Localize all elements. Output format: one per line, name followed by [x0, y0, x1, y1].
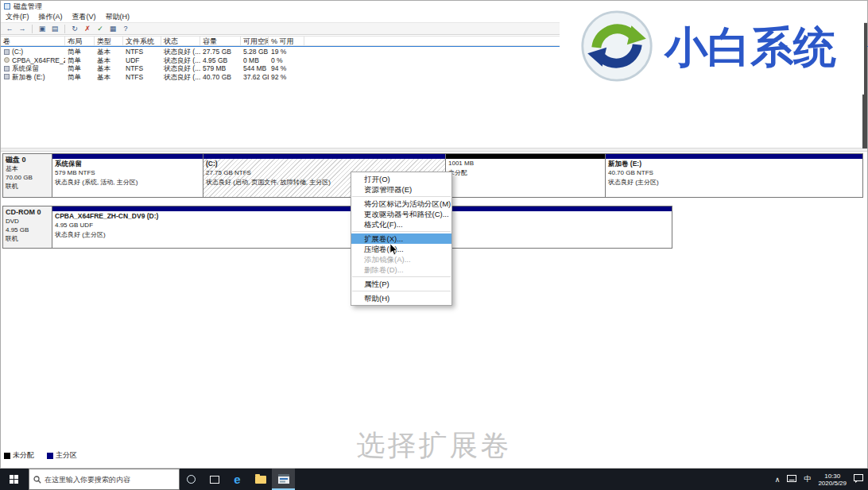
menu-separator: [352, 231, 451, 232]
menu-item-extend-volume[interactable]: 扩展卷(X)...: [351, 233, 451, 244]
cell-type: 基本: [95, 56, 123, 65]
cell-capacity: 40.70 GB: [200, 73, 241, 82]
volume-name: 系统保留: [12, 64, 39, 73]
volume-row-d[interactable]: CPBA_X64FRE_Z... 简单 基本 UDF 状态良好 (... 4.9…: [1, 56, 557, 65]
menu-item-format[interactable]: 格式化(F)...: [351, 219, 451, 230]
forward-icon[interactable]: →: [17, 24, 28, 34]
start-button[interactable]: [0, 469, 29, 490]
cell-type: 基本: [95, 73, 123, 82]
back-icon[interactable]: ←: [4, 24, 15, 34]
report-icon[interactable]: ▤: [49, 24, 60, 34]
menu-item-properties[interactable]: 属性(P): [351, 279, 451, 289]
brand-logo-icon: [580, 10, 653, 86]
volume-row-c[interactable]: (C:) 简单 基本 NTFS 状态良好 (... 27.75 GB 5.28 …: [1, 48, 557, 56]
col-filesystem[interactable]: 文件系统: [123, 37, 161, 45]
system-tray: ∧ 中 10:30 2020/5/29: [775, 469, 868, 490]
clock-date: 2020/5/29: [818, 480, 847, 487]
watermark-text: 选择扩展卷: [1, 426, 867, 465]
partition-title: 系统保留: [52, 159, 203, 168]
tray-chevron-icon[interactable]: ∧: [775, 476, 781, 484]
menu-item-change-drive-letter[interactable]: 更改驱动器号和路径(C)...: [351, 209, 451, 219]
toolbar-separator: [64, 25, 65, 33]
col-pct-free[interactable]: % 可用: [269, 37, 304, 45]
menu-item-delete-volume: 删除卷(D)...: [351, 264, 451, 275]
disk-name: 磁盘 0: [6, 156, 49, 164]
window-title: 磁盘管理: [14, 2, 42, 12]
disk-type: DVD: [6, 217, 49, 226]
cell-capacity: 579 MB: [200, 64, 241, 73]
unallocated-space[interactable]: 1001 MB 未分配: [445, 153, 606, 198]
app-icon: [4, 3, 10, 10]
volume-icon: [4, 74, 10, 79]
action-center-icon[interactable]: [854, 474, 863, 484]
edge-button[interactable]: e: [226, 469, 249, 490]
grid-view-icon[interactable]: ▦: [107, 24, 118, 34]
cell-capacity: 4.95 GB: [200, 56, 241, 65]
cortana-icon: [187, 475, 196, 484]
touch-keyboard-icon[interactable]: [787, 475, 796, 484]
menu-help[interactable]: 帮助(H): [101, 12, 135, 22]
cell-free: 544 MB: [241, 64, 269, 73]
partition-status: 状态良好 (系统, 活动, 主分区): [52, 178, 203, 187]
delete-icon[interactable]: ✗: [82, 24, 93, 34]
partition-e[interactable]: 新加卷 (E:) 40.70 GB NTFS 状态良好 (主分区): [605, 153, 863, 198]
cdrom-label: CD-ROM 0 DVD 4.95 GB 联机: [2, 206, 52, 249]
volume-name: (C:): [12, 48, 23, 56]
cortana-button[interactable]: [180, 469, 203, 490]
task-view-button[interactable]: [203, 469, 226, 490]
partition-info: 579 MB NTFS: [52, 168, 203, 178]
cell-pct: 0 %: [269, 56, 304, 65]
volume-row-system-reserved[interactable]: 系统保留 简单 基本 NTFS 状态良好 (... 579 MB 544 MB …: [1, 64, 557, 73]
cell-pct: 94 %: [269, 64, 304, 73]
check-icon[interactable]: ✓: [95, 24, 106, 34]
menu-item-help[interactable]: 帮助(H): [351, 293, 451, 303]
cell-status: 状态良好 (...: [161, 64, 200, 73]
console-window-icon[interactable]: ▣: [37, 24, 48, 34]
partition-system-reserved[interactable]: 系统保留 579 MB NTFS 状态良好 (系统, 活动, 主分区): [52, 153, 203, 198]
volume-row-e[interactable]: 新加卷 (E:) 简单 基本 NTFS 状态良好 (... 40.70 GB 3…: [1, 73, 557, 82]
menu-view[interactable]: 查看(V): [68, 12, 101, 22]
partition-info: 40.70 GB NTFS: [606, 168, 862, 178]
disk-status: 联机: [6, 182, 49, 191]
brand-name: 小白系统: [665, 19, 836, 77]
menu-item-open[interactable]: 打开(O): [351, 174, 451, 184]
taskbar-spacer: [295, 469, 775, 490]
partition-status: 状态良好 (主分区): [606, 178, 862, 187]
cell-status: 状态良好 (...: [161, 48, 200, 56]
menu-file[interactable]: 文件(F): [1, 12, 34, 22]
col-volume[interactable]: 卷: [1, 37, 65, 45]
cell-status: 状态良好 (...: [161, 56, 200, 65]
taskbar-clock[interactable]: 10:30 2020/5/29: [818, 473, 847, 487]
col-capacity[interactable]: 容量: [200, 37, 241, 45]
menu-separator: [352, 276, 451, 277]
menu-separator: [352, 196, 451, 197]
refresh-icon[interactable]: ↻: [69, 24, 80, 34]
ime-indicator[interactable]: 中: [804, 474, 811, 484]
menu-item-mark-active[interactable]: 将分区标记为活动分区(M): [351, 199, 451, 209]
disk-management-icon: [278, 474, 289, 484]
menu-action[interactable]: 操作(A): [34, 12, 68, 22]
cell-capacity: 27.75 GB: [200, 48, 241, 56]
col-layout[interactable]: 布局: [65, 37, 95, 45]
folder-icon: [255, 476, 266, 484]
disk-management-taskbar-button[interactable]: [272, 469, 295, 490]
help-icon[interactable]: ?: [120, 24, 131, 34]
windows-logo-icon: [10, 475, 19, 484]
unallocated-label: 未分配: [446, 168, 605, 178]
col-free-space[interactable]: 可用空间: [241, 37, 269, 45]
cdrom-row: CD-ROM 0 DVD 4.95 GB 联机 CPBA_X64FRE_ZH-C…: [2, 206, 672, 249]
col-status[interactable]: 状态: [161, 37, 200, 45]
file-explorer-button[interactable]: [249, 469, 272, 490]
col-type[interactable]: 类型: [95, 37, 123, 45]
disk-size: 70.00 GB: [6, 173, 49, 182]
menu-separator: [352, 291, 451, 291]
taskbar-search[interactable]: [29, 469, 180, 490]
menu-item-shrink-volume[interactable]: 压缩卷(H)...: [351, 244, 451, 254]
disk-management-window: 磁盘管理 文件(F) 操作(A) 查看(V) 帮助(H) ← → ▣ ▤ ↻ ✗…: [0, 0, 868, 469]
search-input[interactable]: [45, 476, 175, 484]
cell-free: 37.62 GB: [241, 73, 269, 82]
menu-item-explorer[interactable]: 资源管理器(E): [351, 184, 451, 195]
pane-divider: [1, 148, 867, 152]
cell-free: 0 MB: [241, 56, 269, 65]
toolbar-separator: [32, 25, 33, 33]
